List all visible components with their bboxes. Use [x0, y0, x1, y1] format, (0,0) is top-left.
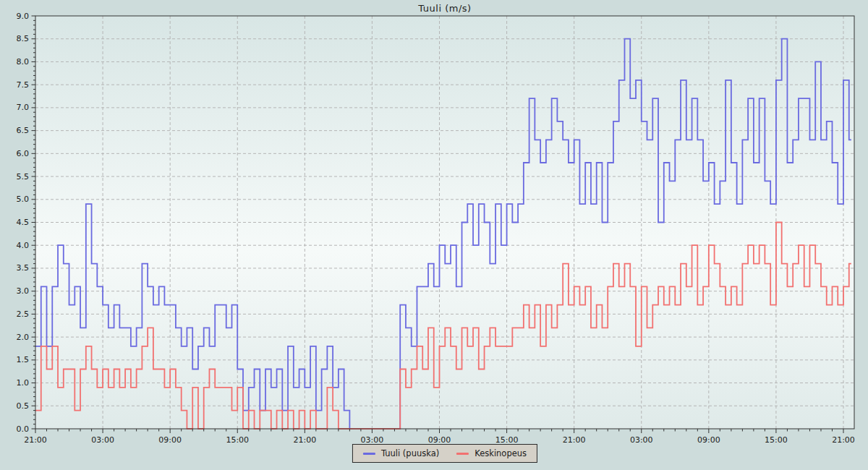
- gust-line-swatch: [363, 453, 375, 455]
- x-tick-label: 09:00: [697, 435, 720, 445]
- y-tick-label: 3.5: [17, 263, 30, 273]
- chart-canvas: 0.00.51.01.52.02.53.03.54.04.55.05.56.06…: [0, 0, 868, 470]
- y-tick-label: 4.5: [17, 218, 30, 227]
- wind-chart-page: { "chart_data": { "type": "line", "step"…: [0, 0, 868, 470]
- legend-item-average: Keskinopeus: [456, 448, 527, 458]
- x-tick-label: 03:00: [630, 435, 653, 445]
- legend-item-gust: Tuuli (puuska): [363, 448, 439, 458]
- y-tick-label: 7.0: [17, 103, 30, 112]
- y-tick-label: 6.5: [17, 126, 30, 135]
- y-tick-label: 2.5: [17, 309, 30, 319]
- x-tick-label: 15:00: [765, 435, 788, 445]
- y-tick-label: 8.5: [17, 34, 30, 43]
- y-tick-label: 1.0: [17, 378, 30, 388]
- y-tick-label: 2.0: [17, 333, 30, 342]
- chart-legend: Tuuli (puuska) Keskinopeus: [352, 444, 537, 463]
- y-tick-label: 7.5: [17, 80, 30, 90]
- x-tick-label: 15:00: [226, 435, 249, 445]
- y-tick-label: 3.0: [17, 286, 30, 296]
- y-tick-label: 5.5: [17, 172, 30, 181]
- y-tick-label: 1.5: [17, 355, 30, 364]
- legend-label-gust: Tuuli (puuska): [381, 448, 439, 458]
- x-tick-label: 21:00: [832, 435, 855, 445]
- y-tick-label: 0.0: [17, 424, 30, 434]
- x-tick-label: 21:00: [293, 435, 316, 445]
- y-tick-label: 4.0: [17, 241, 30, 250]
- x-tick-label: 21:00: [563, 435, 586, 445]
- y-tick-label: 5.0: [17, 195, 30, 204]
- y-tick-label: 9.0: [17, 12, 30, 21]
- x-tick-label: 03:00: [91, 435, 114, 445]
- y-tick-label: 8.0: [17, 57, 30, 67]
- y-tick-label: 0.5: [17, 401, 30, 411]
- x-tick-label: 09:00: [158, 435, 182, 445]
- average-line-swatch: [456, 453, 469, 455]
- legend-label-average: Keskinopeus: [475, 448, 527, 458]
- x-tick-label: 21:00: [24, 435, 47, 445]
- y-tick-label: 6.0: [17, 149, 30, 158]
